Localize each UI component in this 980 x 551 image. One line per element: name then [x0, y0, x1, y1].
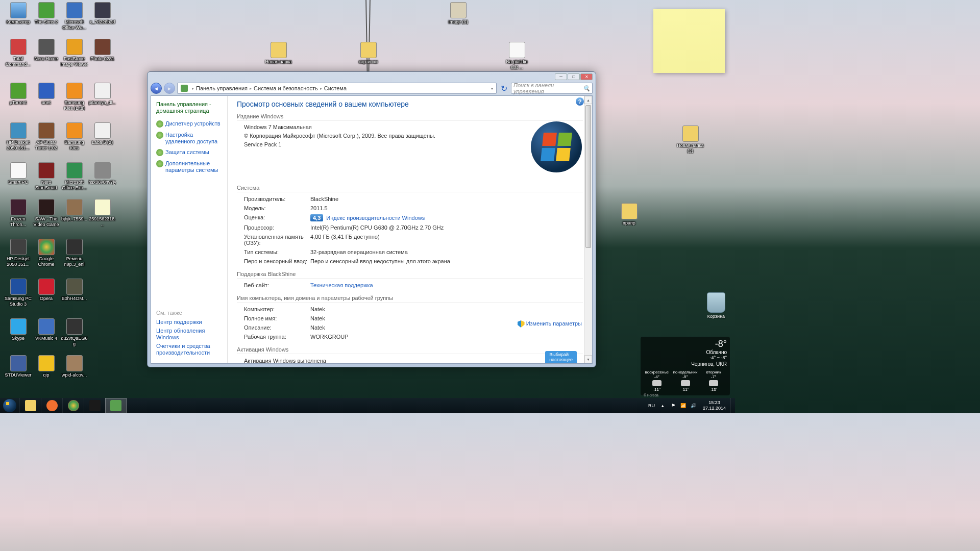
clock[interactable]: 15:23 27.12.2014 — [699, 400, 730, 411]
show-desktop-button[interactable] — [730, 398, 735, 413]
explorer-taskbar-button[interactable] — [19, 398, 41, 413]
desktop-icon-qip[interactable]: qip — [32, 355, 60, 378]
desktop-icon-faststone[interactable]: FastStone Image Viewer — [60, 39, 88, 67]
action-center-icon[interactable]: ⚑ — [669, 402, 677, 410]
utorrent-icon — [10, 83, 27, 99]
maximize-button[interactable]: □ — [568, 73, 580, 80]
see-also-link[interactable]: Центр поддержки — [156, 319, 228, 325]
desktop-icon-folder1[interactable]: Новая папка — [264, 42, 292, 65]
desktop-icon-excel[interactable]: Microsoft Office Exc... — [60, 162, 88, 191]
desktop-icon-guitar[interactable]: AP Guitar Tuner 1.02 — [32, 122, 60, 151]
desktop-icon-img1[interactable]: x_7d226b2d — [88, 2, 116, 25]
breadcrumb[interactable]: Панель управления — [196, 85, 248, 91]
help-icon[interactable]: ? — [576, 97, 584, 106]
skype-icon — [10, 318, 27, 335]
desktop-icon-chrome[interactable]: Google Chrome — [32, 239, 60, 267]
desktop-icon-utorrent[interactable]: µTorrent — [4, 83, 32, 106]
desktop-icon-img4[interactable]: 2591562318... — [88, 199, 116, 228]
desktop-icon-pcstudio[interactable]: Samsung PC Studio 3 — [4, 279, 32, 307]
icon-label: прапр — [615, 220, 643, 226]
refresh-button[interactable]: ↻ — [499, 83, 509, 93]
desktop-icon-img3[interactable]: bjhjk_7559... — [60, 199, 88, 222]
sidebar-link[interactable]: Дополнительные параметры системы — [156, 160, 222, 173]
section-header: Имя компьютера, имя домена и параметры р… — [237, 295, 583, 303]
scroll-down-button[interactable]: ▼ — [584, 355, 592, 363]
smartpc-icon — [10, 162, 27, 179]
forecast-day: воскресенье-4°-11° — [644, 370, 670, 392]
sidebar-link[interactable]: Настройка удаленного доступа — [156, 132, 222, 145]
search-input[interactable]: Поиск в панели управления 🔍 — [511, 83, 593, 94]
language-indicator[interactable]: RU — [645, 403, 658, 408]
app-taskbar-button[interactable] — [84, 398, 105, 413]
see-also-link[interactable]: Счетчики и средства производительности — [156, 343, 228, 356]
desktop-icon-img9[interactable]: Image (9) — [444, 2, 472, 25]
desktop-icon-stdu[interactable]: STDUViewer — [4, 355, 32, 378]
sticky-note[interactable] — [653, 9, 725, 73]
breadcrumb[interactable]: Система и безопасность — [254, 85, 318, 91]
tray-chevron-icon[interactable]: ▴ — [659, 402, 667, 410]
desktop-icon-opera[interactable]: Opera — [32, 279, 60, 302]
breadcrumb[interactable]: Система — [324, 85, 347, 91]
desktop-icon-totalcmd[interactable]: Total Command... — [4, 39, 32, 67]
network-icon[interactable]: 📶 — [679, 402, 688, 410]
desktop-icon-photo[interactable]: Photo-0281 — [88, 39, 116, 62]
back-button[interactable]: ◄ — [151, 83, 162, 94]
weather-loc: Чернигов, UKR — [644, 361, 727, 367]
desktop-icon-doc2[interactable]: Laba 5 (2) — [88, 122, 116, 145]
desktop-icon-img8[interactable]: wpid-alcov... — [60, 355, 88, 378]
desktop-icon-img6[interactable]: B0hH4OM... — [60, 279, 88, 302]
search-icon: 🔍 — [583, 85, 590, 92]
desktop-icon-nero[interactable]: Nero Home — [32, 39, 60, 62]
recycle-bin[interactable]: Корзина — [703, 292, 729, 319]
desktop-icon-hp1[interactable]: HP Deskjet 2050 J51... — [4, 122, 32, 151]
genuine-banner[interactable]: Выбирайнастоящее — [545, 351, 577, 363]
weather-gadget[interactable]: -8° Облачно -4° ~ -8° Чернигов, UKR воск… — [641, 337, 730, 395]
content-pane: ? Просмотр основных сведений о вашем ком… — [228, 96, 592, 363]
mediaplayer-taskbar-button[interactable] — [41, 398, 62, 413]
desktop-icon-saw[interactable]: SAW - The Video Game — [32, 199, 60, 228]
support-link[interactable]: Техническая поддержка — [310, 282, 583, 288]
see-also-link[interactable]: Центр обновления Windows — [156, 328, 228, 341]
desktop-icon-word[interactable]: Microsoft Office Wo... — [60, 2, 88, 31]
volume-icon[interactable]: 🔊 — [690, 402, 698, 410]
desktop-icon-folder3[interactable]: Новая папка (2) — [676, 126, 704, 154]
start-button[interactable] — [0, 398, 19, 413]
scroll-thumb[interactable] — [585, 105, 591, 248]
desktop-icon-vkmusic[interactable]: VKMusic 4 — [32, 318, 60, 341]
control-panel-icon — [181, 85, 188, 92]
sidebar-link[interactable]: Защита системы — [156, 149, 222, 156]
desktop-icon-unet[interactable]: unet — [32, 83, 60, 106]
desktop-icon-sims2[interactable]: The Sims 2 — [32, 2, 60, 25]
sidebar-link[interactable]: Диспетчер устройств — [156, 120, 222, 128]
desktop-icon-img2[interactable]: hsx86v0nv7jy — [88, 162, 116, 185]
breadcrumb-bar[interactable]: ▸ Панель управления ▸ Система и безопасн… — [177, 83, 497, 94]
desktop-icon-computer[interactable]: Компьютер — [4, 2, 32, 25]
desktop-icon-img5[interactable]: Ремень пир.3_enl — [60, 239, 88, 267]
change-settings-link[interactable]: Изменить параметры — [518, 320, 582, 328]
desktop-icon-kies[interactable]: Samsung Kies — [60, 122, 88, 151]
control-panel-home-link[interactable]: Панель управления - домашняя страница — [156, 101, 222, 114]
chrome-taskbar-button[interactable] — [62, 398, 84, 413]
icon-label: Frozen Thron... — [4, 216, 32, 228]
desktop-icon-img7[interactable]: du2vtQaEG6g — [60, 318, 88, 347]
desktop-icon-doc3[interactable]: Na piat'die siat ... — [503, 42, 531, 70]
icon-label: Google Chrome — [32, 256, 60, 267]
desktop-icon-smartpc[interactable]: Smart PC — [4, 162, 32, 185]
performance-index-link[interactable]: Индекс производительности Windows — [326, 215, 425, 221]
scrollbar[interactable]: ▲ ▼ — [584, 96, 592, 363]
desktop-icon-folder4[interactable]: прапр — [615, 203, 643, 226]
desktop-icon-skype[interactable]: Skype — [4, 318, 32, 341]
minimize-button[interactable]: ─ — [555, 73, 567, 80]
faststone-icon — [66, 39, 83, 55]
desktop-icon-nerostart[interactable]: Nero StartSmart — [32, 162, 60, 191]
desktop-icon-doc1[interactable]: pitannya_dl... — [88, 83, 116, 106]
desktop-icon-folder2[interactable]: картинки — [354, 42, 382, 65]
desktop-icon-hp2[interactable]: HP Deskjet 2050 J51... — [4, 239, 32, 267]
forward-button[interactable]: ► — [164, 83, 175, 94]
control-panel-taskbar-button[interactable] — [105, 398, 127, 413]
desktop-icon-kieslite[interactable]: Samsung Kies (Lite) — [60, 83, 88, 111]
close-button[interactable]: ✕ — [580, 73, 593, 80]
shield-icon — [518, 320, 525, 328]
desktop-icon-frozen[interactable]: Frozen Thron... — [4, 199, 32, 228]
scroll-up-button[interactable]: ▲ — [584, 96, 592, 104]
